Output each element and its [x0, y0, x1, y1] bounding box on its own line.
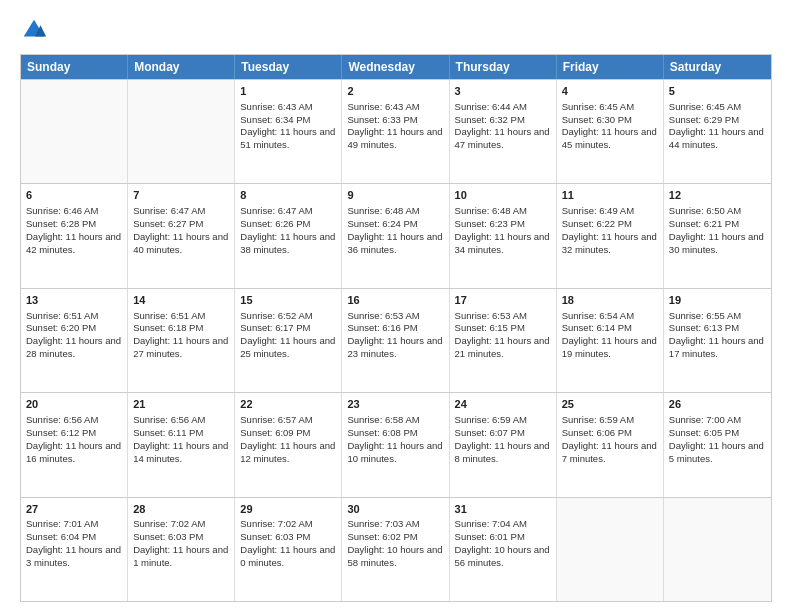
sunset-text: Sunset: 6:27 PM	[133, 218, 229, 231]
sunset-text: Sunset: 6:33 PM	[347, 114, 443, 127]
sunrise-text: Sunrise: 6:47 AM	[240, 205, 336, 218]
day-number: 30	[347, 502, 443, 517]
sunset-text: Sunset: 6:12 PM	[26, 427, 122, 440]
day-number: 10	[455, 188, 551, 203]
daylight-text: Daylight: 11 hours and 0 minutes.	[240, 544, 336, 570]
day-number: 6	[26, 188, 122, 203]
day-number: 9	[347, 188, 443, 203]
daylight-text: Daylight: 11 hours and 42 minutes.	[26, 231, 122, 257]
day-number: 27	[26, 502, 122, 517]
cal-cell-13: 13Sunrise: 6:51 AMSunset: 6:20 PMDayligh…	[21, 289, 128, 392]
sunrise-text: Sunrise: 6:55 AM	[669, 310, 766, 323]
daylight-text: Daylight: 11 hours and 5 minutes.	[669, 440, 766, 466]
cal-cell-24: 24Sunrise: 6:59 AMSunset: 6:07 PMDayligh…	[450, 393, 557, 496]
day-number: 8	[240, 188, 336, 203]
sunrise-text: Sunrise: 6:58 AM	[347, 414, 443, 427]
cal-cell-1: 1Sunrise: 6:43 AMSunset: 6:34 PMDaylight…	[235, 80, 342, 183]
header-day-sunday: Sunday	[21, 55, 128, 79]
sunset-text: Sunset: 6:14 PM	[562, 322, 658, 335]
day-number: 4	[562, 84, 658, 99]
sunset-text: Sunset: 6:16 PM	[347, 322, 443, 335]
day-number: 2	[347, 84, 443, 99]
sunset-text: Sunset: 6:15 PM	[455, 322, 551, 335]
sunset-text: Sunset: 6:29 PM	[669, 114, 766, 127]
day-number: 31	[455, 502, 551, 517]
sunrise-text: Sunrise: 6:46 AM	[26, 205, 122, 218]
sunrise-text: Sunrise: 6:50 AM	[669, 205, 766, 218]
sunrise-text: Sunrise: 6:45 AM	[562, 101, 658, 114]
sunrise-text: Sunrise: 6:49 AM	[562, 205, 658, 218]
day-number: 12	[669, 188, 766, 203]
sunset-text: Sunset: 6:05 PM	[669, 427, 766, 440]
day-number: 24	[455, 397, 551, 412]
day-number: 25	[562, 397, 658, 412]
cal-cell-14: 14Sunrise: 6:51 AMSunset: 6:18 PMDayligh…	[128, 289, 235, 392]
cal-cell-30: 30Sunrise: 7:03 AMSunset: 6:02 PMDayligh…	[342, 498, 449, 601]
daylight-text: Daylight: 11 hours and 10 minutes.	[347, 440, 443, 466]
calendar: SundayMondayTuesdayWednesdayThursdayFrid…	[20, 54, 772, 602]
sunrise-text: Sunrise: 7:02 AM	[240, 518, 336, 531]
cal-cell-19: 19Sunrise: 6:55 AMSunset: 6:13 PMDayligh…	[664, 289, 771, 392]
cal-cell-29: 29Sunrise: 7:02 AMSunset: 6:03 PMDayligh…	[235, 498, 342, 601]
sunrise-text: Sunrise: 6:52 AM	[240, 310, 336, 323]
sunset-text: Sunset: 6:01 PM	[455, 531, 551, 544]
daylight-text: Daylight: 10 hours and 58 minutes.	[347, 544, 443, 570]
sunrise-text: Sunrise: 6:56 AM	[26, 414, 122, 427]
sunrise-text: Sunrise: 6:48 AM	[455, 205, 551, 218]
sunset-text: Sunset: 6:03 PM	[240, 531, 336, 544]
logo	[20, 16, 52, 44]
cal-cell-2: 2Sunrise: 6:43 AMSunset: 6:33 PMDaylight…	[342, 80, 449, 183]
day-number: 17	[455, 293, 551, 308]
sunset-text: Sunset: 6:20 PM	[26, 322, 122, 335]
day-number: 16	[347, 293, 443, 308]
calendar-body: 1Sunrise: 6:43 AMSunset: 6:34 PMDaylight…	[21, 79, 771, 601]
week-row-1: 1Sunrise: 6:43 AMSunset: 6:34 PMDaylight…	[21, 79, 771, 183]
cal-cell-20: 20Sunrise: 6:56 AMSunset: 6:12 PMDayligh…	[21, 393, 128, 496]
sunrise-text: Sunrise: 6:51 AM	[133, 310, 229, 323]
cal-cell-empty-w0c0	[21, 80, 128, 183]
daylight-text: Daylight: 11 hours and 23 minutes.	[347, 335, 443, 361]
cal-cell-23: 23Sunrise: 6:58 AMSunset: 6:08 PMDayligh…	[342, 393, 449, 496]
sunset-text: Sunset: 6:03 PM	[133, 531, 229, 544]
day-number: 23	[347, 397, 443, 412]
sunrise-text: Sunrise: 6:57 AM	[240, 414, 336, 427]
header-day-saturday: Saturday	[664, 55, 771, 79]
sunset-text: Sunset: 6:13 PM	[669, 322, 766, 335]
cal-cell-16: 16Sunrise: 6:53 AMSunset: 6:16 PMDayligh…	[342, 289, 449, 392]
daylight-text: Daylight: 11 hours and 51 minutes.	[240, 126, 336, 152]
daylight-text: Daylight: 11 hours and 17 minutes.	[669, 335, 766, 361]
header-day-thursday: Thursday	[450, 55, 557, 79]
sunrise-text: Sunrise: 6:54 AM	[562, 310, 658, 323]
sunset-text: Sunset: 6:07 PM	[455, 427, 551, 440]
week-row-5: 27Sunrise: 7:01 AMSunset: 6:04 PMDayligh…	[21, 497, 771, 601]
day-number: 7	[133, 188, 229, 203]
sunset-text: Sunset: 6:09 PM	[240, 427, 336, 440]
sunset-text: Sunset: 6:21 PM	[669, 218, 766, 231]
sunrise-text: Sunrise: 7:01 AM	[26, 518, 122, 531]
daylight-text: Daylight: 11 hours and 34 minutes.	[455, 231, 551, 257]
cal-cell-7: 7Sunrise: 6:47 AMSunset: 6:27 PMDaylight…	[128, 184, 235, 287]
sunrise-text: Sunrise: 6:48 AM	[347, 205, 443, 218]
daylight-text: Daylight: 11 hours and 1 minute.	[133, 544, 229, 570]
cal-cell-empty-w4c5	[557, 498, 664, 601]
cal-cell-28: 28Sunrise: 7:02 AMSunset: 6:03 PMDayligh…	[128, 498, 235, 601]
day-number: 26	[669, 397, 766, 412]
cal-cell-4: 4Sunrise: 6:45 AMSunset: 6:30 PMDaylight…	[557, 80, 664, 183]
cal-cell-3: 3Sunrise: 6:44 AMSunset: 6:32 PMDaylight…	[450, 80, 557, 183]
daylight-text: Daylight: 11 hours and 21 minutes.	[455, 335, 551, 361]
daylight-text: Daylight: 11 hours and 36 minutes.	[347, 231, 443, 257]
sunset-text: Sunset: 6:23 PM	[455, 218, 551, 231]
daylight-text: Daylight: 11 hours and 8 minutes.	[455, 440, 551, 466]
header-day-monday: Monday	[128, 55, 235, 79]
sunset-text: Sunset: 6:18 PM	[133, 322, 229, 335]
sunset-text: Sunset: 6:04 PM	[26, 531, 122, 544]
cal-cell-5: 5Sunrise: 6:45 AMSunset: 6:29 PMDaylight…	[664, 80, 771, 183]
sunset-text: Sunset: 6:11 PM	[133, 427, 229, 440]
week-row-3: 13Sunrise: 6:51 AMSunset: 6:20 PMDayligh…	[21, 288, 771, 392]
sunset-text: Sunset: 6:26 PM	[240, 218, 336, 231]
cal-cell-9: 9Sunrise: 6:48 AMSunset: 6:24 PMDaylight…	[342, 184, 449, 287]
day-number: 18	[562, 293, 658, 308]
cal-cell-17: 17Sunrise: 6:53 AMSunset: 6:15 PMDayligh…	[450, 289, 557, 392]
daylight-text: Daylight: 11 hours and 45 minutes.	[562, 126, 658, 152]
cal-cell-21: 21Sunrise: 6:56 AMSunset: 6:11 PMDayligh…	[128, 393, 235, 496]
